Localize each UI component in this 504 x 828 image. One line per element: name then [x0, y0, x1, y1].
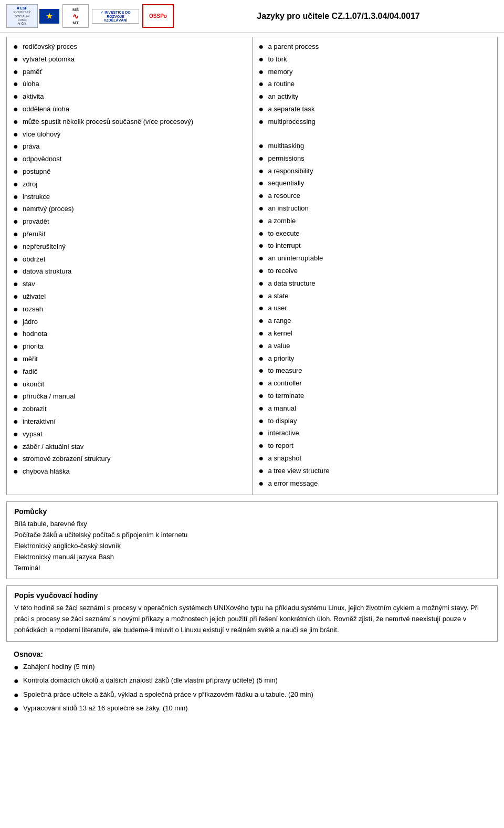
vocab-translation: a separate task	[268, 104, 315, 114]
vocab-left-item: ●provádět	[13, 216, 246, 227]
vocab-term: aktivita	[23, 91, 44, 102]
bullet-icon: ●	[259, 466, 266, 477]
vocab-term: nepřerušitelný	[23, 242, 66, 252]
vocab-term: vypsat	[23, 429, 43, 439]
bullet-icon: ●	[259, 216, 266, 227]
pomucky-item: Terminál	[14, 563, 490, 574]
vocab-right-item: ●to report	[259, 441, 491, 452]
vocab-term: obdržet	[23, 254, 45, 265]
vocab-left-col: ●rodičovský proces●vytvářet potomka●pamě…	[7, 37, 253, 495]
bullet-icon: ●	[13, 192, 20, 203]
vocab-right-item: ●memory	[259, 67, 491, 78]
vocab-left-item: ●vytvářet potomka	[13, 54, 246, 65]
vocab-left-item: ●ukončit	[13, 379, 246, 390]
vocab-translation: a range	[268, 316, 291, 326]
vocab-right-item: ●a tree view structure	[259, 466, 491, 477]
esf-box: ■ ESF EVROPSKÝSOCIÁLNÍFOND V ČR	[6, 4, 38, 28]
vocab-term: odpovědnost	[23, 154, 61, 164]
vocab-right-item: ●a state	[259, 291, 491, 302]
vocab-left-item: ●odpovědnost	[13, 154, 246, 165]
vocab-translation: multitasking	[268, 141, 304, 151]
bullet-icon: ●	[14, 675, 23, 687]
vocab-right-item: ●an instruction	[259, 203, 491, 214]
bullet-icon: ●	[13, 166, 20, 177]
vocab-left-item: ●nemrtvý (proces)	[13, 204, 246, 215]
bullet-icon: ●	[259, 328, 266, 339]
pomucky-content: Bílá tabule, barevné fixyPočítače žáků a…	[14, 519, 490, 573]
bullet-icon: ●	[13, 454, 20, 465]
vocab-translation: a data structure	[268, 278, 316, 289]
osnova-section: Osnova: ●Zahájení hodiny (5 min)●Kontrol…	[6, 648, 498, 719]
bullet-icon: ●	[13, 317, 20, 328]
vocab-translation: a resource	[268, 191, 300, 201]
bullet-icon: ●	[13, 104, 20, 115]
vocab-term: příručka / manual	[23, 391, 75, 402]
vocab-right-item	[259, 129, 491, 140]
vocab-translation: an activity	[268, 91, 299, 102]
vocab-translation: a value	[268, 341, 290, 351]
vocab-translation: multiprocessing	[268, 117, 316, 127]
vocab-left-item: ●interaktivní	[13, 416, 246, 427]
bullet-icon: ●	[13, 242, 20, 253]
vocab-right-item: ●multiprocessing	[259, 117, 491, 128]
bullet-icon: ●	[259, 416, 266, 427]
bullet-icon: ●	[13, 141, 20, 152]
vocab-left-item: ●stav	[13, 279, 246, 290]
vocab-term: paměť	[23, 67, 42, 77]
vocab-right-item: ●a data structure	[259, 278, 491, 289]
vocab-term: instrukce	[23, 192, 50, 202]
vocab-right-item: ●to fork	[259, 54, 491, 65]
bullet-icon: ●	[259, 240, 266, 251]
vocab-left-item: ●nepřerušitelný	[13, 242, 246, 253]
vocab-left-item: ●obdržet	[13, 254, 246, 265]
vocab-left-item: ●řadič	[13, 366, 246, 378]
bullet-icon: ●	[259, 91, 266, 102]
bullet-icon: ●	[13, 329, 20, 340]
bullet-icon: ●	[14, 703, 23, 715]
vocab-left-item: ●přerušit	[13, 229, 246, 240]
popis-text: V této hodině se žáci seznámí s procesy …	[14, 603, 490, 635]
bullet-icon: ●	[259, 441, 266, 452]
esf-logo: ■ ESF EVROPSKÝSOCIÁLNÍFOND V ČR ★	[6, 4, 59, 28]
vocab-left-item: ●stromové zobrazení struktury	[13, 454, 246, 465]
vocab-left-item: ●postupně	[13, 166, 246, 177]
bullet-icon: ●	[13, 229, 20, 240]
vocab-translation: a user	[268, 303, 287, 313]
page-title: Jazyky pro učitele CZ.1.07/1.3.04/04.001…	[179, 12, 498, 21]
bullet-icon: ●	[259, 391, 266, 402]
vocab-term: úloha	[23, 79, 39, 89]
vocab-translation: to fork	[268, 54, 287, 65]
vocab-right-item: ●a separate task	[259, 104, 491, 115]
osnova-item: ●Zahájení hodiny (5 min)	[14, 662, 490, 673]
vocab-term: zobrazit	[23, 404, 47, 414]
bullet-icon: ●	[259, 353, 266, 364]
vocab-right-item: ●a routine	[259, 79, 491, 90]
vocab-term: přerušit	[23, 229, 45, 239]
pomucky-item: Počítače žáků a učitelský počítač s přip…	[14, 530, 490, 541]
vocab-translation: interactive	[268, 428, 299, 438]
vocab-right-item: ●to display	[259, 416, 491, 427]
bullet-icon: ●	[259, 403, 266, 414]
vocab-right-item: ●to interrupt	[259, 240, 491, 251]
bullet-icon: ●	[13, 442, 20, 453]
bullet-icon: ●	[259, 191, 266, 202]
vocab-left-item: ●hodnota	[13, 329, 246, 340]
vocab-term: záběr / aktuální stav	[23, 442, 83, 452]
vocab-term: vytvářet potomka	[23, 54, 75, 65]
bullet-icon: ●	[13, 91, 20, 102]
vocab-translation: permissions	[268, 153, 304, 164]
vocab-translation: to receive	[268, 266, 298, 276]
bullet-icon: ●	[259, 67, 266, 78]
vocab-right-item: ●a parent process	[259, 41, 491, 53]
osnova-item: ●Kontrola domácích úkolů a dalších znalo…	[14, 675, 490, 687]
vocab-right-item: ●a manual	[259, 403, 491, 414]
bullet-icon: ●	[259, 203, 266, 214]
vocab-right-item: ●an activity	[259, 91, 491, 102]
bullet-icon: ●	[259, 228, 266, 239]
vocab-translation: a state	[268, 291, 289, 301]
bullet-icon: ●	[13, 379, 20, 390]
bullet-icon: ●	[259, 253, 266, 264]
vocab-left-item: ●více úlohový	[13, 129, 246, 140]
vocab-left-item: ●aktivita	[13, 91, 246, 102]
vocab-left-item: ●datová struktura	[13, 266, 246, 277]
